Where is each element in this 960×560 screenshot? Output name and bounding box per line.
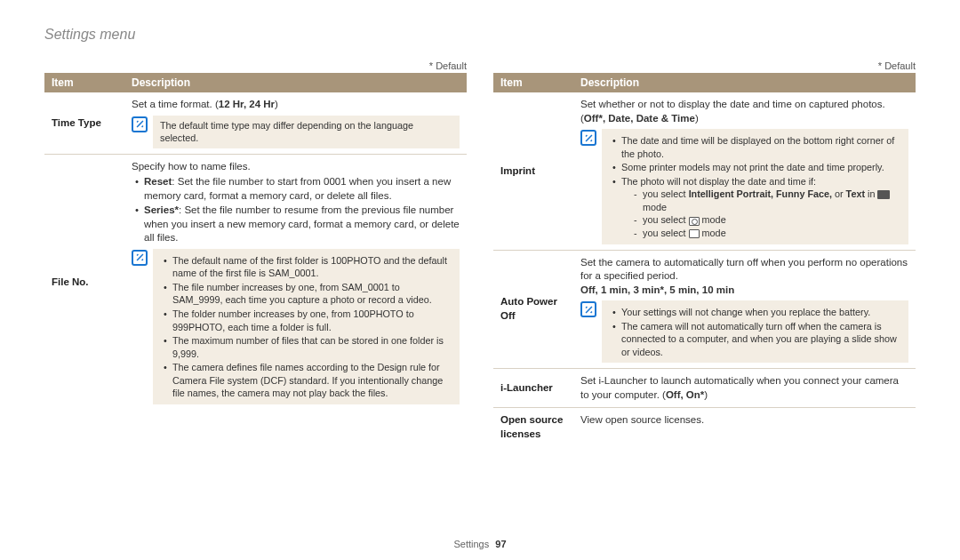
left-column: * Default Item Description Time Type Set… — [44, 60, 467, 446]
list-item: you select Intelligent Portrait, Funny F… — [634, 188, 901, 213]
page-footer: Settings 97 — [0, 539, 960, 549]
item-name: Imprint — [493, 92, 573, 250]
item-description: Specify how to name files. Reset: Set th… — [124, 154, 467, 410]
item-description: Set the camera to automatically turn off… — [573, 250, 916, 369]
footer-page-number: 97 — [495, 539, 506, 549]
note-icon — [132, 116, 148, 132]
note-text: The default time type may differ dependi… — [153, 116, 460, 148]
list-item: The folder number increases by one, from… — [164, 308, 452, 333]
item-name: Open source licenses — [493, 408, 573, 447]
note-icon — [580, 301, 596, 317]
col-header-description: Description — [573, 73, 916, 92]
item-name: Auto Power Off — [493, 250, 573, 369]
list-item: Your settings will not change when you r… — [612, 306, 901, 319]
note-icon — [132, 250, 148, 266]
list-item: The camera defines file names according … — [164, 361, 452, 400]
item-description: Set i-Launcher to launch automatically w… — [573, 369, 916, 408]
list-item: you select mode — [634, 213, 901, 227]
list-item: The maximum number of files that can be … — [164, 334, 452, 360]
note-block: The date and time will be displayed on t… — [580, 129, 908, 244]
magic-mode-icon — [877, 190, 890, 199]
list-item: Some printer models may not print the da… — [612, 161, 901, 174]
item-description: View open source licenses. — [573, 408, 916, 447]
table-row: Time Type Set a time format. (12 Hr, 24 … — [44, 92, 467, 154]
table-row: File No. Specify how to name files. Rese… — [44, 154, 467, 410]
list-item: The camera will not automatically turn o… — [612, 320, 901, 359]
movie-mode-icon — [689, 229, 700, 238]
note-text: Your settings will not change when you r… — [602, 300, 908, 363]
note-icon — [580, 130, 596, 146]
right-column: * Default Item Description Imprint Set w… — [493, 60, 916, 446]
note-block: Your settings will not change when you r… — [580, 300, 908, 363]
item-name: Time Type — [44, 92, 124, 154]
table-row: Auto Power Off Set the camera to automat… — [493, 250, 916, 369]
col-header-item: Item — [493, 73, 573, 92]
list-item: you select mode — [634, 227, 901, 240]
camera-mode-icon — [689, 217, 700, 226]
list-item: The photo will not display the date and … — [612, 175, 901, 240]
content-columns: * Default Item Description Time Type Set… — [44, 60, 916, 446]
table-row: Imprint Set whether or not to display th… — [493, 92, 916, 250]
col-header-item: Item — [44, 73, 124, 92]
item-name: i-Launcher — [493, 369, 573, 408]
item-name: File No. — [44, 154, 124, 410]
note-text: The default name of the first folder is … — [153, 249, 460, 404]
col-header-description: Description — [124, 73, 467, 92]
default-marker: * Default — [44, 60, 467, 71]
list-item: Series*: Set the file number to resume f… — [135, 204, 460, 245]
settings-table-right: Item Description Imprint Set whether or … — [493, 73, 916, 446]
list-item: The file number increases by one, from S… — [164, 281, 452, 307]
item-description: Set a time format. (12 Hr, 24 Hr) The de… — [124, 92, 467, 154]
note-text: The date and time will be displayed on t… — [602, 129, 908, 244]
settings-table-left: Item Description Time Type Set a time fo… — [44, 73, 467, 410]
table-row: Open source licenses View open source li… — [493, 408, 916, 447]
note-block: The default name of the first folder is … — [132, 249, 460, 404]
table-row: i-Launcher Set i-Launcher to launch auto… — [493, 369, 916, 408]
option-list: Reset: Set the file number to start from… — [132, 175, 460, 245]
note-block: The default time type may differ dependi… — [132, 116, 460, 148]
default-marker: * Default — [493, 60, 916, 71]
list-item: The default name of the first folder is … — [164, 254, 452, 280]
item-description: Set whether or not to display the date a… — [573, 92, 916, 250]
list-item: Reset: Set the file number to start from… — [135, 175, 460, 203]
footer-section: Settings — [453, 539, 489, 549]
page-title: Settings menu — [44, 27, 916, 43]
list-item: The date and time will be displayed on t… — [612, 134, 901, 160]
